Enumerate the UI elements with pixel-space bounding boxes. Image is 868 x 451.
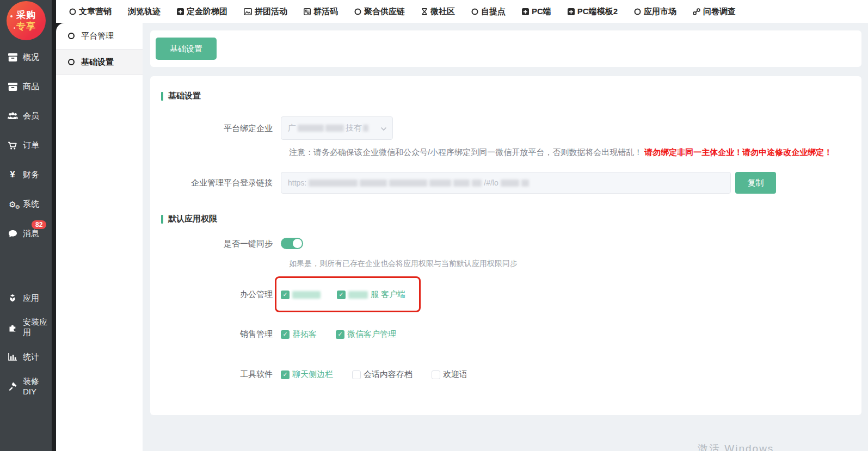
- nav-item-pc[interactable]: PC端: [522, 7, 551, 17]
- tools-software-row: 工具软件 ✓ 聊天侧边栏 会话内容存档 欢迎语: [161, 369, 861, 380]
- nav-item-micro-community[interactable]: 微社区: [421, 7, 455, 17]
- nav-item-label: PC端: [532, 7, 551, 17]
- link-icon: [693, 8, 700, 15]
- submenu-item-label: 基础设置: [81, 57, 114, 67]
- image-icon: [244, 8, 252, 15]
- checkbox-welcome-message[interactable]: 欢迎语: [432, 369, 467, 380]
- sidebar-item-stats[interactable]: 统计: [0, 342, 52, 372]
- field-label: 销售管理: [161, 329, 281, 339]
- url-fragment: /#/lo: [484, 178, 498, 187]
- nav-item-label: 聚合供应链: [364, 7, 405, 17]
- office-checkbox-group: ✓ ✓ 服 客户端: [281, 289, 405, 300]
- nav-item-label: 群活码: [313, 7, 338, 17]
- redacted-text: [501, 180, 519, 187]
- nav-item-survey[interactable]: 问卷调查: [693, 7, 736, 17]
- plus-square-icon: [522, 8, 529, 15]
- sidebar-item-label: 消息: [23, 228, 39, 239]
- nav-item-group-buy[interactable]: 拼团活动: [244, 7, 287, 17]
- checkbox-wechat-customer-management[interactable]: ✓ 微信客户管理: [336, 329, 396, 339]
- redacted-text: [472, 180, 482, 187]
- redacted-text: [363, 125, 368, 132]
- users-icon: [7, 112, 18, 120]
- checkbox-quntuoke[interactable]: ✓ 群拓客: [281, 329, 317, 339]
- sidebar-item-label: 财务: [23, 170, 39, 180]
- sidebar-item-members[interactable]: 会员: [0, 101, 52, 131]
- plus-square-icon: [177, 8, 184, 15]
- field-label: 平台绑定企业: [161, 116, 281, 140]
- bound-company-select[interactable]: 广 技有: [281, 116, 393, 140]
- checkbox-label: 服 客户端: [371, 289, 405, 300]
- sidebar-item-orders[interactable]: 订单: [0, 131, 52, 160]
- sidebar-item-finance[interactable]: ¥ 财务: [0, 160, 52, 189]
- nav-item-label: 定金阶梯团: [187, 7, 227, 17]
- office-app-checkbox-redacted[interactable]: ✓: [281, 291, 321, 299]
- checked-checkbox-icon: ✓: [281, 370, 290, 379]
- field-label: 是否一键同步: [161, 238, 281, 250]
- section-accent-bar: [161, 215, 163, 224]
- sidebar-item-label: 统计: [23, 352, 39, 362]
- sidebar-item-decorate-diy[interactable]: 装修DIY: [0, 372, 52, 401]
- toggle-knob: [293, 239, 302, 248]
- gear-icon: ⚙⚙: [7, 200, 18, 208]
- tab-basic-settings[interactable]: 基础设置: [156, 38, 217, 60]
- qr-code-icon: [304, 8, 311, 15]
- company-name-fragment: 广: [288, 123, 296, 133]
- redacted-text: [348, 291, 368, 299]
- checked-checkbox-icon: ✓: [281, 330, 290, 339]
- login-link-input[interactable]: https: /#/lo: [281, 172, 731, 194]
- redacted-text: [429, 180, 451, 187]
- office-app-checkbox-client[interactable]: ✓ 服 客户端: [337, 289, 405, 300]
- circle-icon: [68, 59, 75, 65]
- one-key-sync-row: 是否一键同步: [161, 238, 861, 250]
- yen-icon: ¥: [7, 169, 18, 180]
- bind-warning-note: 注意：请务必确保该企业微信和公众号/小程序绑定到同一微信开放平台，否则数据将会出…: [289, 147, 861, 158]
- tools-checkbox-group: ✓ 聊天侧边栏 会话内容存档 欢迎语: [281, 369, 467, 380]
- nav-item-app-market[interactable]: 应用市场: [634, 7, 676, 17]
- field-label: 企业管理平台登录链接: [161, 172, 281, 194]
- sidebar-item-goods[interactable]: 商品: [0, 72, 52, 101]
- cart-icon: [7, 141, 18, 150]
- redacted-text: [360, 180, 387, 187]
- sidebar-item-label: 装修DIY: [23, 376, 52, 396]
- nav-item-pickup-point[interactable]: 自提点: [471, 7, 506, 17]
- login-link-row: 企业管理平台登录链接 https: /#/lo 复制: [161, 172, 861, 194]
- redacted-text: [389, 180, 427, 187]
- section-title-basic: 基础设置: [161, 91, 861, 101]
- sidebar-item-label: 会员: [23, 111, 39, 121]
- activate-windows-watermark: 激活 Windows: [698, 442, 774, 451]
- nav-item-article-marketing[interactable]: 文章营销: [69, 7, 112, 17]
- nav-item-label: 浏览轨迹: [128, 7, 161, 17]
- checked-checkbox-icon: ✓: [336, 330, 344, 339]
- sidebar-item-apps[interactable]: 应用: [0, 283, 52, 313]
- nav-item-pc-template2[interactable]: PC端模板2: [568, 7, 618, 17]
- logo-sparkle: [10, 15, 13, 17]
- copy-button[interactable]: 复制: [735, 172, 776, 194]
- submenu-item-platform-management[interactable]: 平台管理: [56, 23, 143, 49]
- nav-item-group-qr[interactable]: 群活码: [304, 7, 338, 17]
- checkbox-chat-sidebar[interactable]: ✓ 聊天侧边栏: [281, 369, 333, 380]
- nav-item-browse-track[interactable]: 浏览轨迹: [128, 7, 161, 17]
- sidebar-item-label: 系统: [23, 199, 39, 209]
- nav-item-supply-chain[interactable]: 聚合供应链: [354, 7, 405, 17]
- circle-icon: [68, 33, 75, 39]
- checkbox-session-archive[interactable]: 会话内容存档: [352, 369, 413, 380]
- sidebar-item-label: 安装应用: [23, 317, 52, 338]
- redacted-text: [298, 125, 324, 132]
- sidebar-item-install-apps[interactable]: 安装应用: [0, 313, 52, 342]
- submenu-item-basic-settings[interactable]: 基础设置: [56, 49, 143, 75]
- section-accent-bar: [161, 92, 163, 101]
- unread-count-badge: 82: [32, 220, 46, 229]
- redacted-text: [309, 180, 358, 187]
- circle-icon: [471, 8, 478, 15]
- sidebar-item-system[interactable]: ⚙⚙ 系统: [0, 189, 52, 219]
- nav-item-deposit-ladder-group[interactable]: 定金阶梯团: [177, 7, 227, 17]
- checked-checkbox-icon: ✓: [281, 291, 290, 299]
- sidebar-item-overview[interactable]: 概况: [0, 42, 52, 72]
- sync-toggle[interactable]: [281, 238, 303, 249]
- redacted-text: [521, 180, 529, 187]
- logo-text-line2: 专享: [16, 21, 36, 32]
- sidebar-item-label: 订单: [23, 140, 39, 151]
- sidebar-item-messages[interactable]: 消息 82: [0, 219, 52, 248]
- checkbox-label: 聊天侧边栏: [292, 369, 333, 380]
- redacted-text: [292, 291, 321, 299]
